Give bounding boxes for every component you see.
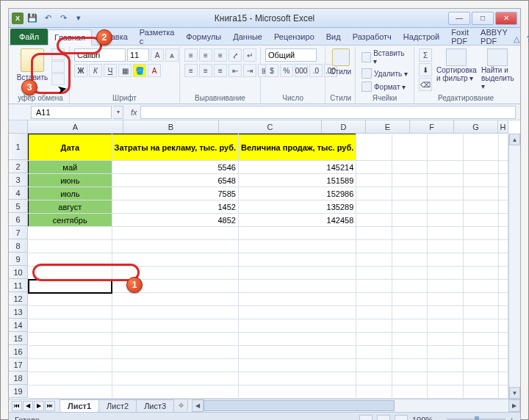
align-left-button[interactable]: ≡ — [184, 64, 198, 77]
cell[interactable] — [112, 346, 238, 359]
cell[interactable] — [499, 372, 508, 385]
row-header[interactable]: 14 — [9, 319, 28, 332]
cell[interactable] — [238, 372, 356, 385]
cell[interactable]: сентябрь — [29, 214, 112, 227]
cell[interactable]: 135289 — [238, 200, 356, 214]
cell[interactable] — [499, 134, 508, 161]
cell[interactable] — [392, 187, 428, 200]
italic-button[interactable]: К — [89, 64, 102, 77]
cell[interactable] — [463, 333, 499, 346]
row-header[interactable]: 4 — [9, 187, 28, 200]
row-header[interactable]: 15 — [9, 332, 28, 345]
sort-filter-button[interactable]: Сортировка и фильтр ▾ — [436, 48, 477, 82]
col-header-f[interactable]: F — [410, 120, 454, 134]
cell[interactable]: 142458 — [238, 214, 356, 227]
cell[interactable] — [499, 174, 508, 187]
cell[interactable] — [392, 372, 428, 385]
cell[interactable]: Затраты на рекламу, тыс. руб. — [112, 134, 238, 161]
cell[interactable] — [463, 134, 499, 161]
copy-button[interactable] — [51, 61, 65, 73]
cell[interactable] — [356, 372, 392, 385]
row-header[interactable]: 7 — [9, 226, 28, 239]
cell[interactable] — [392, 161, 428, 174]
sheet-nav-prev[interactable]: ◀ — [23, 401, 33, 411]
cell[interactable] — [499, 319, 508, 333]
tab-home[interactable]: Главная — [48, 29, 92, 46]
row-header[interactable]: 1 — [9, 134, 28, 160]
cell[interactable] — [428, 385, 464, 399]
cell[interactable] — [112, 293, 238, 306]
cell[interactable] — [392, 306, 428, 319]
row-header[interactable]: 9 — [9, 253, 28, 266]
cell[interactable] — [463, 359, 499, 372]
cell[interactable] — [356, 293, 392, 306]
number-format-select[interactable] — [265, 48, 317, 62]
cell[interactable] — [112, 372, 238, 385]
bold-button[interactable]: Ж — [74, 64, 87, 77]
font-color-button[interactable]: A — [148, 64, 161, 77]
cell[interactable] — [428, 280, 464, 293]
percent-button[interactable]: % — [280, 64, 293, 77]
ribbon-minimize-icon[interactable]: △ — [514, 35, 524, 45]
cell[interactable]: август — [29, 200, 112, 214]
cell[interactable] — [356, 161, 392, 174]
cell[interactable] — [463, 372, 499, 385]
cut-button[interactable] — [51, 48, 65, 60]
cell[interactable] — [238, 267, 356, 280]
cell[interactable] — [356, 346, 392, 359]
cell[interactable] — [428, 174, 464, 187]
cell[interactable] — [499, 200, 508, 214]
cell[interactable] — [29, 267, 112, 280]
zoom-out-button[interactable]: − — [437, 416, 442, 421]
col-header-c[interactable]: C — [219, 120, 322, 134]
name-box[interactable]: A11 — [31, 106, 112, 119]
cell[interactable] — [356, 253, 392, 267]
new-sheet-button[interactable]: ✧ — [173, 399, 188, 412]
align-center-button[interactable]: ≡ — [199, 64, 212, 77]
decrease-font-button[interactable]: ᴀ — [165, 48, 179, 62]
cell[interactable] — [428, 214, 464, 227]
cell[interactable] — [499, 280, 508, 293]
cell[interactable] — [238, 253, 356, 267]
cell[interactable] — [392, 267, 428, 280]
align-top-button[interactable]: ≡ — [184, 48, 198, 62]
window-minimize-button[interactable]: — — [448, 12, 470, 25]
cell[interactable] — [356, 214, 392, 227]
comma-button[interactable]: 000 — [295, 64, 308, 77]
autosum-button[interactable]: Σ — [419, 48, 432, 62]
align-middle-button[interactable]: ≡ — [199, 48, 212, 62]
sheet-nav-next[interactable]: ▶ — [34, 401, 44, 411]
row-header[interactable]: 6 — [9, 213, 28, 226]
cell[interactable] — [463, 319, 499, 333]
cell[interactable] — [463, 214, 499, 227]
row-header[interactable]: 11 — [9, 279, 28, 292]
cell-styles-button[interactable]: Стили — [330, 48, 351, 76]
cell[interactable] — [428, 253, 464, 267]
fill-color-button[interactable]: 🪣 — [133, 64, 146, 77]
cell[interactable] — [356, 359, 392, 372]
cell[interactable] — [499, 385, 508, 399]
undo-icon[interactable]: ↶ — [41, 12, 54, 25]
vertical-scrollbar[interactable]: ▲ ▼ — [508, 134, 520, 399]
cell[interactable] — [29, 333, 112, 346]
cell[interactable] — [356, 187, 392, 200]
insert-cells-button[interactable]: Вставить ▾ — [360, 48, 409, 66]
cell[interactable] — [499, 253, 508, 267]
cell[interactable] — [112, 227, 238, 240]
tab-data[interactable]: Данные — [227, 29, 268, 45]
underline-button[interactable]: Ч — [104, 64, 117, 77]
help-icon[interactable]: ? — [527, 35, 529, 45]
cell-A11-selected[interactable] — [29, 280, 112, 293]
cell[interactable] — [463, 240, 499, 253]
cell[interactable] — [392, 293, 428, 306]
fx-icon[interactable]: fx — [131, 108, 137, 117]
cell[interactable] — [29, 359, 112, 372]
cell[interactable] — [356, 134, 392, 161]
cell[interactable] — [29, 253, 112, 267]
cell[interactable] — [238, 240, 356, 253]
font-size-input[interactable] — [127, 48, 149, 62]
cell[interactable] — [428, 359, 464, 372]
name-box-dropdown[interactable]: ▾ — [113, 106, 123, 119]
cell[interactable] — [463, 200, 499, 214]
tab-addins[interactable]: Надстрой — [397, 29, 445, 45]
